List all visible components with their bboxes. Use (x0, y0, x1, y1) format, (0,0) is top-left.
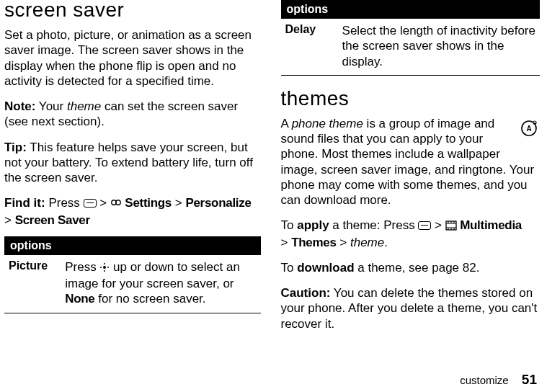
screensaver-text: Screen Saver (15, 213, 90, 227)
delay-value: Select the length of inactivity before t… (338, 19, 540, 75)
heading-screen-saver: screen saver (4, 0, 261, 20)
download-theme-line: To download a theme, see page 82. (281, 260, 541, 275)
left-column: screen saver Set a photo, picture, or an… (0, 0, 274, 353)
none-text: None (65, 292, 94, 306)
phone-theme-word: phone theme (292, 117, 363, 130)
svg-point-3 (104, 263, 105, 264)
section-label: customize (460, 374, 509, 386)
multimedia-icon (445, 219, 457, 234)
multimedia-text: Multimedia (457, 218, 522, 232)
caution-label: Caution: (281, 286, 331, 300)
nav-key-icon (99, 261, 110, 276)
download-bold: download (297, 261, 354, 275)
settings-icon (110, 197, 122, 212)
picture-value: Press up or down to select an image for … (61, 255, 260, 313)
svg-point-2 (103, 266, 106, 269)
picture-key: Picture (4, 255, 61, 313)
delay-key: Delay (281, 19, 338, 75)
menu-key-icon (418, 221, 431, 230)
svg-point-5 (100, 267, 102, 268)
themes-para1: A+ A phone theme is a group of image and… (281, 116, 541, 208)
options-table-left: options Picture Press up or down to sele… (4, 236, 261, 313)
theme-italic: theme (350, 236, 384, 249)
options-header-right: options (281, 0, 541, 19)
heading-themes: themes (281, 89, 541, 109)
screensaver-note: Note: Your theme can set the screen save… (4, 99, 261, 130)
find-it-line: Find it: Press > Settings > Personalize>… (4, 195, 261, 228)
svg-text:+: + (533, 120, 536, 125)
screensaver-intro: Set a photo, picture, or animation as a … (4, 27, 261, 89)
feature-badge-icon: A+ (518, 117, 540, 143)
right-column: options Delay Select the length of inact… (274, 0, 548, 353)
options-header-left: options (4, 236, 261, 255)
menu-key-icon (84, 199, 97, 208)
page-number: 51 (522, 372, 537, 387)
screensaver-tip: Tip: This feature helps save your screen… (4, 140, 261, 186)
page-footer: customize 51 (460, 372, 537, 388)
apply-theme-line: To apply a theme: Press > Multimedia> Th… (281, 218, 541, 250)
table-row: Picture Press up or down to select an im… (4, 255, 261, 313)
find-it-label: Find it: (4, 196, 45, 210)
note-label: Note: (4, 99, 35, 113)
note-theme-word: theme (67, 99, 101, 113)
svg-text:A: A (526, 125, 531, 133)
settings-text: Settings (122, 196, 172, 210)
options-table-right: options Delay Select the length of inact… (281, 0, 541, 76)
personalize-text: Personalize (185, 196, 251, 210)
svg-point-4 (104, 270, 105, 272)
apply-bold: apply (297, 218, 329, 232)
caution-line: Caution: You can delete the themes store… (281, 285, 541, 331)
themes-text: Themes (291, 236, 336, 249)
table-row: Delay Select the length of inactivity be… (281, 19, 541, 75)
tip-label: Tip: (4, 141, 27, 154)
